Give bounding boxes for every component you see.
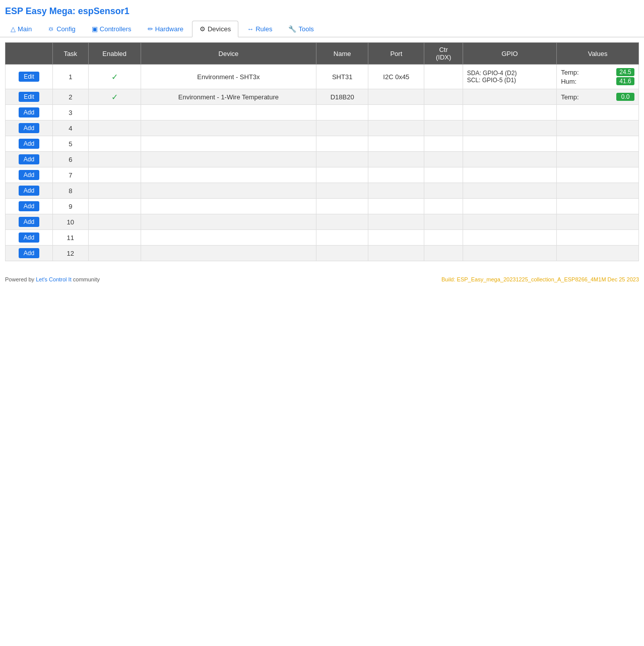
action-cell: Add <box>6 105 53 121</box>
nav-tab-devices[interactable]: ⚙Devices <box>192 21 238 37</box>
values-cell <box>557 230 639 246</box>
value-badge: 0.0 <box>616 93 634 101</box>
device-cell <box>141 152 316 167</box>
name-cell <box>316 183 368 199</box>
devices-icon: ⚙ <box>200 25 206 33</box>
add-button[interactable]: Add <box>19 248 39 258</box>
nav-tabs: △Main⛭Config▣Controllers✏Hardware⚙Device… <box>0 21 644 37</box>
table-header: Task Enabled Device Name Port Ctr(IDX) G… <box>6 43 639 65</box>
config-icon: ⛭ <box>48 25 54 33</box>
add-button[interactable]: Add <box>19 107 39 118</box>
values-cell: Temp:0.0 <box>557 89 639 105</box>
name-cell <box>316 246 368 261</box>
name-cell <box>316 230 368 246</box>
table-row: Add4 <box>6 121 639 136</box>
devices-label: Devices <box>208 25 231 33</box>
add-button[interactable]: Add <box>19 201 39 211</box>
action-cell: Edit <box>6 89 53 105</box>
gpio-cell <box>463 230 556 246</box>
ctr-idx-cell <box>424 230 463 246</box>
add-button[interactable]: Add <box>19 139 39 149</box>
gpio-cell <box>463 121 556 136</box>
gpio-cell <box>463 136 556 152</box>
values-cell <box>557 105 639 121</box>
add-button[interactable]: Add <box>19 123 39 133</box>
rules-icon: ↔ <box>247 25 253 33</box>
nav-tab-rules[interactable]: ↔Rules <box>239 21 280 37</box>
task-cell: 8 <box>53 183 88 199</box>
value-row: Temp:0.0 <box>561 93 634 101</box>
nav-tab-controllers[interactable]: ▣Controllers <box>84 21 139 37</box>
lets-control-it-link[interactable]: Let's Control It <box>36 276 72 282</box>
nav-tab-hardware[interactable]: ✏Hardware <box>140 21 191 37</box>
devices-table: Task Enabled Device Name Port Ctr(IDX) G… <box>5 42 639 261</box>
add-button[interactable]: Add <box>19 186 39 196</box>
enabled-cell <box>88 167 141 183</box>
edit-button[interactable]: Edit <box>19 92 39 102</box>
nav-tab-config[interactable]: ⛭Config <box>40 21 83 37</box>
nav-tab-tools[interactable]: 🔧Tools <box>281 21 321 37</box>
main-content: Task Enabled Device Name Port Ctr(IDX) G… <box>0 37 644 266</box>
powered-by-suffix: community <box>72 276 100 282</box>
enabled-cell <box>88 121 141 136</box>
values-cell: Temp:24.5Hum:41.6 <box>557 65 639 89</box>
ctr-idx-cell <box>424 89 463 105</box>
name-cell <box>316 214 368 230</box>
col-action <box>6 43 53 65</box>
port-cell: I2C 0x45 <box>368 65 424 89</box>
col-ctr-idx: Ctr(IDX) <box>424 43 463 65</box>
gpio-cell <box>463 246 556 261</box>
table-row: Add8 <box>6 183 639 199</box>
enabled-cell <box>88 214 141 230</box>
col-values: Values <box>557 43 639 65</box>
ctr-idx-cell <box>424 136 463 152</box>
rules-label: Rules <box>255 25 272 33</box>
value-badge: 41.6 <box>616 77 634 85</box>
add-button[interactable]: Add <box>19 154 39 164</box>
add-button[interactable]: Add <box>19 170 39 180</box>
table-row: Edit2✓Environment - 1-Wire TemperatureD1… <box>6 89 639 105</box>
task-cell: 10 <box>53 214 88 230</box>
action-cell: Add <box>6 246 53 261</box>
name-cell <box>316 199 368 214</box>
device-cell <box>141 214 316 230</box>
port-cell <box>368 199 424 214</box>
device-cell: Environment - SHT3x <box>141 65 316 89</box>
enabled-cell <box>88 105 141 121</box>
tools-label: Tools <box>298 25 313 33</box>
gpio-cell <box>463 89 556 105</box>
value-label: Temp: <box>561 93 581 101</box>
device-cell <box>141 183 316 199</box>
nav-tab-main[interactable]: △Main <box>3 21 39 37</box>
name-cell <box>316 121 368 136</box>
port-cell <box>368 167 424 183</box>
enabled-cell <box>88 246 141 261</box>
powered-by-prefix: Powered by <box>5 276 36 282</box>
col-task: Task <box>53 43 88 65</box>
edit-button[interactable]: Edit <box>19 72 39 82</box>
port-cell <box>368 230 424 246</box>
values-cell <box>557 167 639 183</box>
gpio-line: SCL: GPIO-5 (D1) <box>467 77 552 84</box>
main-icon: △ <box>11 25 16 33</box>
ctr-idx-cell <box>424 167 463 183</box>
add-button[interactable]: Add <box>19 217 39 227</box>
enabled-cell: ✓ <box>88 65 141 89</box>
action-cell: Add <box>6 121 53 136</box>
gpio-cell <box>463 167 556 183</box>
col-device: Device <box>141 43 316 65</box>
add-button[interactable]: Add <box>19 232 39 243</box>
device-cell <box>141 230 316 246</box>
gpio-cell <box>463 214 556 230</box>
port-cell <box>368 121 424 136</box>
port-cell <box>368 136 424 152</box>
gpio-cell <box>463 105 556 121</box>
name-cell: SHT31 <box>316 65 368 89</box>
col-enabled: Enabled <box>88 43 141 65</box>
task-cell: 3 <box>53 105 88 121</box>
name-cell <box>316 167 368 183</box>
action-cell: Add <box>6 230 53 246</box>
table-row: Add6 <box>6 152 639 167</box>
ctr-idx-cell <box>424 246 463 261</box>
footer-powered: Powered by Let's Control It community <box>5 276 100 282</box>
